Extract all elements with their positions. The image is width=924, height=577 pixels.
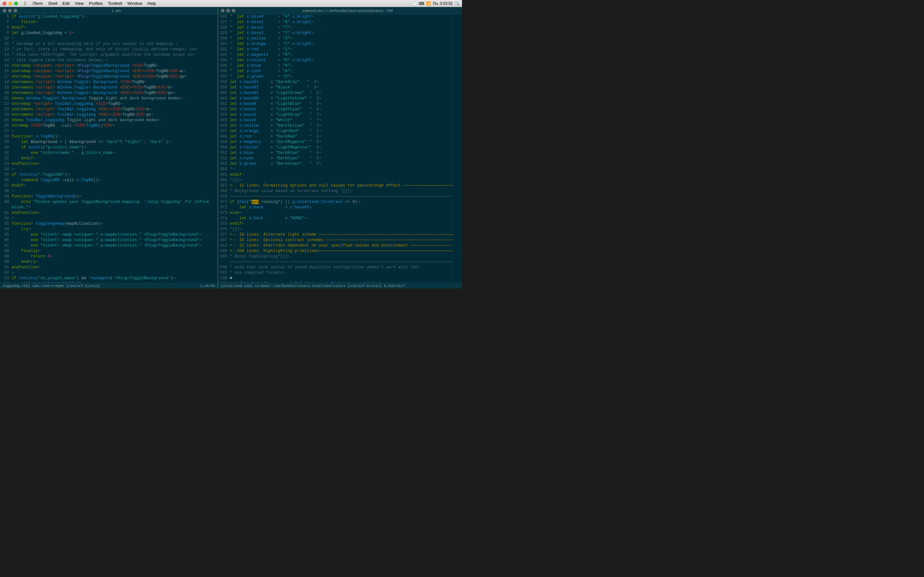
- code-line-8: 8endif¬: [0, 25, 218, 31]
- left-status-position: 1,20/55: [200, 284, 215, 288]
- apple-menu[interactable]: : [22, 1, 29, 6]
- code-line-33: 33endfunction¬: [0, 161, 218, 167]
- code-line-37: 37endif¬: [0, 183, 218, 189]
- menu-bar:  iTerm Shell Edit View Profiles Toolbel…: [22, 1, 412, 6]
- left-code-content: 6if exists("g:loaded_togglebg")¬ 7 finis…: [0, 14, 218, 283]
- r-line-372: 372 let s:back = s:base03¬: [218, 205, 462, 210]
- r-line-337: 337" let s:green = "2"¬: [218, 74, 462, 79]
- r-line-397: 397+-- 15 lines: Optional contrast schem…: [218, 237, 462, 243]
- code-line-41: 41endfunction¬: [0, 210, 218, 216]
- r-line-351: 351let s:blue = "DarkBlue" " 4¬: [218, 150, 462, 156]
- r-line-327: 327" let s:base1 = "6".s:bright¬: [218, 19, 462, 25]
- code-line-21: 21tmenu Window.Toggle\ Background Toggle…: [0, 96, 218, 101]
- r-line-344: 344let s:base2 = "LightGray" " 7¬: [218, 112, 462, 118]
- code-line-42: 42¬: [0, 216, 218, 221]
- left-min-btn[interactable]: [8, 9, 12, 13]
- code-line-45: 45 exe "silent! nmap <unique> ".a:mapAct…: [0, 232, 218, 237]
- code-line-23: 23inoremenu <script> ToolBar.togglebg <E…: [0, 107, 218, 112]
- r-line-343: 343let s:base1 = "LightCyan" " 6¬: [218, 107, 462, 112]
- r-line-347: 347let s:orange = "LightRed" " 1¬: [218, 129, 462, 134]
- r-line-330: 330" let s:yellow = "3"¬: [218, 36, 462, 41]
- code-line-54: 54 call togglebg#map("<F5>")¬: [0, 281, 218, 283]
- r-line-350: 350let s:violet = "LightMagenta"" 5¬: [218, 145, 462, 150]
- r-line-355: 355endif¬: [218, 172, 462, 177]
- code-line-20: 20vnoremenu <script> Window.Toggle\ Back…: [0, 90, 218, 96]
- r-line-538: 538■: [218, 276, 462, 281]
- code-line-13: 13" this case <SID>TogBG. The <script> a…: [0, 52, 218, 58]
- r-line-376: 376"}}}¬: [218, 227, 462, 232]
- code-line-29: 29 let &background = ( &background == "d…: [0, 139, 218, 145]
- r-line-329: 329" let s:base3 = "7".s:bright¬: [218, 31, 462, 36]
- code-line-53: 53if !exists("no_plugin_maps") && !hasma…: [0, 276, 218, 281]
- shell-menu[interactable]: Shell: [45, 1, 60, 6]
- code-line-40: 40 echo "Please update your ToggleBackgr…: [0, 199, 218, 205]
- right-tab-bar: solarized.vim (~/.vim/bundle/colors-sola…: [218, 7, 462, 14]
- code-line-11: 11" noremap is a bit misleading here if …: [0, 41, 218, 47]
- left-code-area[interactable]: 6if exists("g:loaded_togglebg")¬ 7 finis…: [0, 14, 218, 283]
- code-line-39: 39function! ToggleBackground()¬: [0, 194, 218, 199]
- code-line-34: 34¬: [0, 167, 218, 172]
- r-line-357: 357+-- 12 lines: Formatting options and …: [218, 183, 462, 189]
- r-line-377: 377+-- 20 lines: Alternate light scheme …: [218, 232, 462, 237]
- r-line-374: 374 let s:back = "NONE"¬: [218, 216, 462, 221]
- code-line-15: 15nnoremap <unique> <script> <Plug>Toggl…: [0, 63, 218, 69]
- code-line-28: 28function! s:TogBG()¬: [0, 134, 218, 139]
- minimize-button[interactable]: [8, 2, 12, 5]
- r-line-412: 412+-- 22 lines: Overrides dependent on …: [218, 243, 462, 248]
- code-line-24: 24vnoremenu <script> ToolBar.togglebg <E…: [0, 112, 218, 118]
- right-pane: solarized.vim (~/.vim/bundle/colors-sola…: [218, 7, 462, 288]
- code-line-40b: ation."¬: [0, 205, 218, 210]
- search-icon[interactable]: 🔍: [455, 1, 459, 6]
- left-tab-buttons: [3, 9, 17, 13]
- code-line-31: 31 exe "colorscheme " . g:colors_name¬: [0, 150, 218, 156]
- r-line-375: 375endif¬: [218, 221, 462, 227]
- left-pane: 1. vim 6if exists("g:loaded_togglebg")¬ …: [0, 7, 218, 288]
- left-status-bar: togglebg.vim] cwd:/Users/dymv [vim|utf-8…: [0, 283, 218, 288]
- r-line-328: 328" let s:base2 = "7"¬: [218, 25, 462, 31]
- code-line-27: 27¬: [0, 129, 218, 134]
- panes-container: 1. vim 6if exists("g:loaded_togglebg")¬ …: [0, 7, 462, 288]
- window-menu[interactable]: Window: [125, 1, 145, 6]
- right-code-content: 326" let s:base0 = "4".s:bright¬ 327" le…: [218, 14, 462, 283]
- left-close-btn[interactable]: [3, 9, 6, 13]
- right-code-area[interactable]: 326" let s:base0 = "4".s:bright¬ 327" le…: [218, 14, 462, 283]
- iterm-menu[interactable]: iTerm: [30, 1, 45, 6]
- close-button[interactable]: [3, 2, 6, 5]
- code-line-30: 30 if exists("g:colors_name")¬: [0, 145, 218, 150]
- r-line-334: 334" let s:violet = "5".s:bright¬: [218, 58, 462, 63]
- right-status-text: [solarized.vim] <s/dymv/.vim/bundle/colo…: [221, 284, 459, 288]
- code-line-44: 44 try¬: [0, 227, 218, 232]
- code-line-16: 16inoremap <unique> <script> <Plug>Toggl…: [0, 69, 218, 74]
- right-close-btn[interactable]: [221, 9, 225, 13]
- r-line-536-sep: ────────────────────────────────────────…: [218, 259, 462, 265]
- view-menu[interactable]: View: [72, 1, 86, 6]
- bluetooth-icon: ⌨: [419, 1, 424, 6]
- toolbelt-menu[interactable]: Toolbelt: [105, 1, 125, 6]
- right-max-btn[interactable]: [232, 9, 236, 13]
- help-menu[interactable]: Help: [145, 1, 158, 6]
- maximize-button[interactable]: [14, 2, 18, 5]
- r-line-340: 340let s:base01 = "LightGreen" " 2¬: [218, 90, 462, 96]
- time-display: Пн, 0:53:52: [433, 1, 453, 6]
- code-line-48: 48 finally¬: [0, 248, 218, 254]
- code-line-25: 25tmenu ToolBar.togglebg Toggle light an…: [0, 118, 218, 123]
- r-line-537: 537" exe compiled formats¬: [218, 270, 462, 276]
- right-min-btn[interactable]: [226, 9, 230, 13]
- r-line-341: 341let s:base00 = "LightYellow" " 3¬: [218, 96, 462, 101]
- r-line-371: 371if (has("gui_running") || g:solarized…: [218, 199, 462, 205]
- r-line-349: 349let s:magenta = "DarkMagenta" " 5¬: [218, 139, 462, 145]
- r-line-353: 353let s:green = "DarkGreen" " 2¬: [218, 161, 462, 167]
- main-content: 1. vim 6if exists("g:loaded_togglebg")¬ …: [0, 7, 462, 288]
- left-tab-title: 1. vim: [17, 9, 215, 13]
- edit-menu[interactable]: Edit: [60, 1, 72, 6]
- code-line-9: 9let g:loaded_togglebg = 1¬: [0, 31, 218, 36]
- code-line-7: 7 finish¬: [0, 19, 218, 25]
- code-line-46: 46 exe "silent! imap <unique> ".a:mapAct…: [0, 237, 218, 243]
- right-tab-title: solarized.vim (~/.vim/bundle/colors-sola…: [236, 9, 459, 13]
- profiles-menu[interactable]: Profiles: [86, 1, 105, 6]
- r-line-339: 339let s:base02 = "Black" " 0¬: [218, 85, 462, 90]
- r-line-333: 333" let s:magenta = "5"¬: [218, 52, 462, 58]
- code-line-6: 6if exists("g:loaded_togglebg")¬: [0, 14, 218, 19]
- left-max-btn[interactable]: [13, 9, 17, 13]
- left-tab-bar: 1. vim: [0, 7, 218, 14]
